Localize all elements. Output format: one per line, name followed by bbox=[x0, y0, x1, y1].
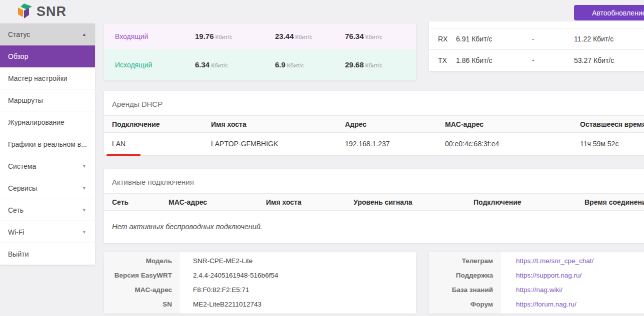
chevron-down-icon: ▼ bbox=[82, 230, 86, 235]
dhcp-table-row: LAN LAPTOP-GFMBHIGK 192.168.1.237 00:e0:… bbox=[104, 133, 644, 155]
device-model-value: SNR-CPE-ME2-Lite bbox=[180, 257, 252, 265]
info-row-model: Модель SNR-CPE-ME2-Lite bbox=[104, 254, 416, 268]
active-connections-card: Активные подключения Сеть MAC-адрес Имя … bbox=[104, 169, 644, 243]
chevron-down-icon: ▼ bbox=[82, 164, 86, 169]
column-header: Имя хоста bbox=[211, 120, 345, 128]
tx-value-3: 53.27 Кбит/с bbox=[574, 56, 644, 64]
sidebar-item-realtime-graphs[interactable]: Графики в реальном в... bbox=[0, 133, 95, 155]
forum-link[interactable]: https://forum.nag.ru/ bbox=[516, 301, 576, 308]
topbar: SNR Автообновление в bbox=[0, 0, 644, 23]
sidebar-item-services[interactable]: Сервисы ▼ bbox=[0, 177, 95, 199]
sidebar-item-wifi[interactable]: Wi-Fi ▼ bbox=[0, 221, 95, 243]
sidebar-item-logging[interactable]: Журналирование bbox=[0, 111, 95, 133]
sidebar-item-overview[interactable]: Обзор bbox=[0, 45, 95, 67]
sidebar-item-label: Сервисы bbox=[8, 184, 37, 192]
column-header: MAC-адрес bbox=[168, 198, 266, 206]
dhcp-hostname-cell: LAPTOP-GFMBHIGK bbox=[211, 140, 345, 148]
auto-update-button[interactable]: Автообновление в bbox=[574, 5, 644, 20]
dhcp-lease-time-cell: 11ч 59м 52с bbox=[580, 140, 644, 148]
chevron-down-icon: ▼ bbox=[82, 186, 86, 191]
info-label: Телеграм bbox=[429, 257, 501, 265]
sidebar-item-label: Журналирование bbox=[8, 118, 64, 126]
clipped-row bbox=[429, 21, 644, 28]
sidebar: Статус ▲ Обзор Мастер настройки Маршруты… bbox=[0, 23, 95, 265]
dhcp-mac-cell: 00:e0:4c:68:3f:e4 bbox=[445, 140, 580, 148]
logo-text: SNR bbox=[36, 3, 66, 19]
dhcp-connection-cell: LAN bbox=[112, 140, 211, 148]
sidebar-item-label: Статус bbox=[8, 30, 30, 38]
traffic-label-outgoing: Исходящий bbox=[115, 61, 195, 69]
info-row-firmware: Версия EasyWRT 2.4.4-2405161948-516b6f54 bbox=[104, 268, 416, 283]
sidebar-item-label: Система bbox=[8, 162, 36, 170]
dhcp-leases-card: Аренды DHCP Подключение Имя хоста Адрес … bbox=[104, 91, 644, 155]
column-header: Имя хоста bbox=[266, 198, 354, 206]
column-header: Время соединения bbox=[584, 198, 644, 206]
traffic-label-incoming: Входящий bbox=[115, 32, 195, 40]
sidebar-item-label: Графики в реальном в... bbox=[8, 140, 87, 148]
chevron-up-icon: ▲ bbox=[82, 32, 86, 37]
empty-state-text: Нет активных беспроводных подключений. bbox=[104, 211, 644, 231]
mac-address-value: F8:F0:82:F2:E5:71 bbox=[180, 286, 250, 294]
dhcp-card-title: Аренды DHCP bbox=[104, 91, 644, 115]
column-header: Адрес bbox=[345, 120, 445, 128]
support-link[interactable]: https://support.nag.ru/ bbox=[516, 272, 582, 279]
connections-table-header: Сеть MAC-адрес Имя хоста Уровень сигнала… bbox=[104, 193, 644, 211]
sidebar-item-label: Wi-Fi bbox=[8, 228, 24, 236]
info-row-telegram: Телеграм https://t.me/snr_cpe_chat/ bbox=[429, 254, 644, 268]
sidebar-item-label: Выйти bbox=[8, 250, 28, 258]
sidebar-item-routes[interactable]: Маршруты bbox=[0, 89, 95, 111]
sidebar-item-status[interactable]: Статус ▲ bbox=[0, 23, 95, 45]
firmware-version-value: 2.4.4-2405161948-516b6f54 bbox=[180, 272, 278, 279]
sidebar-item-label: Мастер настройки bbox=[8, 74, 68, 82]
sidebar-item-logout[interactable]: Выйти bbox=[0, 243, 95, 265]
knowledge-base-link[interactable]: https://nag.wiki/ bbox=[516, 286, 562, 294]
page: SNR Автообновление в Статус ▲ Обзор Маст… bbox=[0, 0, 644, 316]
info-label: База знаний bbox=[429, 286, 501, 294]
column-header: MAC-адрес bbox=[445, 120, 580, 128]
chevron-down-icon: ▼ bbox=[82, 208, 86, 213]
sidebar-item-label: Обзор bbox=[8, 52, 28, 60]
tx-row: TX 1.86 Кбит/с - 53.27 Кбит/с bbox=[429, 49, 644, 71]
sidebar-item-label: Сеть bbox=[8, 206, 24, 214]
interface-stats-card: RX 6.91 Кбит/с - 11.22 Кбит/с TX 1.86 Кб… bbox=[429, 21, 644, 71]
support-links-card: Телеграм https://t.me/snr_cpe_chat/ Подд… bbox=[429, 252, 644, 314]
info-label: Модель bbox=[104, 257, 180, 265]
red-underline-annotation bbox=[106, 154, 140, 156]
traffic-value: 6.9Кбит/с bbox=[275, 60, 345, 69]
rx-value-1: 6.91 Кбит/с bbox=[456, 35, 532, 43]
info-label: Поддержка bbox=[429, 272, 501, 279]
traffic-value: 76.34Кбит/с bbox=[345, 32, 416, 41]
sidebar-item-system[interactable]: Система ▼ bbox=[0, 155, 95, 177]
info-row-support: Поддержка https://support.nag.ru/ bbox=[429, 268, 644, 283]
info-row-forum: Форум https://forum.nag.ru/ bbox=[429, 297, 644, 312]
sidebar-item-setup-wizard[interactable]: Мастер настройки bbox=[0, 67, 95, 89]
rx-value-2: - bbox=[532, 35, 574, 43]
tx-label: TX bbox=[438, 56, 456, 64]
traffic-value: 23.44Кбит/с bbox=[275, 32, 345, 41]
column-header: Оставшееся время а bbox=[580, 120, 644, 128]
info-label: SN bbox=[104, 301, 180, 308]
tx-value-2: - bbox=[532, 56, 574, 64]
traffic-row-incoming: Входящий 19.76Кбит/с 23.44Кбит/с 76.34Кб… bbox=[104, 23, 416, 49]
info-row-mac: MAC-адрес F8:F0:82:F2:E5:71 bbox=[104, 283, 416, 297]
info-row-serial: SN ME2-LiteB2211012743 bbox=[104, 297, 416, 312]
info-label: MAC-адрес bbox=[104, 286, 180, 294]
snr-logo-icon bbox=[18, 3, 33, 19]
traffic-row-outgoing: Исходящий 6.34Кбит/с 6.9Кбит/с 29.68Кбит… bbox=[104, 49, 416, 80]
traffic-value: 29.68Кбит/с bbox=[345, 60, 416, 69]
rx-row: RX 6.91 Кбит/с - 11.22 Кбит/с bbox=[429, 28, 644, 49]
rx-label: RX bbox=[438, 35, 456, 43]
telegram-link[interactable]: https://t.me/snr_cpe_chat/ bbox=[516, 257, 594, 265]
serial-number-value: ME2-LiteB2211012743 bbox=[180, 301, 262, 308]
sidebar-item-network[interactable]: Сеть ▼ bbox=[0, 199, 95, 221]
dhcp-table-header: Подключение Имя хоста Адрес MAC-адрес Ос… bbox=[104, 115, 644, 133]
dhcp-address-cell: 192.168.1.237 bbox=[345, 140, 445, 148]
tx-value-1: 1.86 Кбит/с bbox=[456, 56, 532, 64]
info-row-knowledge-base: База знаний https://nag.wiki/ bbox=[429, 283, 644, 297]
info-label: Версия EasyWRT bbox=[104, 272, 180, 279]
traffic-value: 6.34Кбит/с bbox=[195, 60, 275, 69]
sidebar-item-label: Маршруты bbox=[8, 96, 43, 104]
connections-card-title: Активные подключения bbox=[104, 169, 644, 193]
device-info-card: Модель SNR-CPE-ME2-Lite Версия EasyWRT 2… bbox=[104, 252, 416, 314]
column-header: Подключение bbox=[474, 198, 584, 206]
